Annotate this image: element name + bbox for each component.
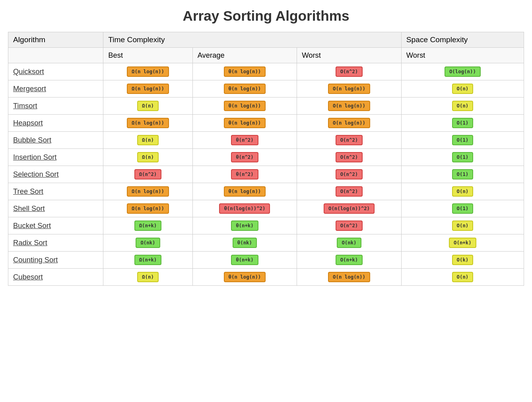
col-space-header: Space Complexity (401, 32, 524, 48)
avg-badge: θ(n log(n)) (224, 66, 266, 77)
space-badge: O(1) (452, 118, 474, 128)
algo-name[interactable]: Heapsort (8, 115, 103, 132)
avg-cell: θ(n log(n)) (192, 183, 297, 200)
worst-badge: O(n^2) (336, 221, 363, 231)
worst-cell: O(n log(n)) (297, 80, 402, 98)
space-badge: O(1) (452, 203, 474, 214)
page-title: Array Sorting Algorithms (8, 8, 524, 24)
worst-cell: O(n^2) (297, 63, 402, 80)
algo-name[interactable]: Bubble Sort (8, 132, 103, 149)
avg-badge: θ(nk) (233, 238, 257, 248)
space-cell: O(n) (401, 269, 524, 286)
best-cell: Ω(n) (103, 98, 192, 115)
space-badge: O(n+k) (449, 238, 476, 248)
best-cell: Ω(n log(n)) (103, 63, 192, 80)
algo-name[interactable]: Timsort (8, 98, 103, 115)
sorting-table: Algorithm Time Complexity Space Complexi… (8, 32, 524, 286)
avg-badge: θ(n log(n)) (224, 272, 266, 282)
best-cell: Ω(nk) (103, 234, 192, 252)
best-cell: Ω(n+k) (103, 252, 192, 269)
avg-cell: θ(n log(n)) (192, 98, 297, 115)
avg-badge: θ(n log(n)) (224, 186, 266, 197)
worst-badge: O(n log(n)) (328, 101, 370, 111)
avg-cell: θ(n log(n)) (192, 115, 297, 132)
algo-name[interactable]: Radix Sort (8, 234, 103, 252)
col-worst-sub: Worst (297, 48, 402, 63)
avg-cell: θ(n+k) (192, 252, 297, 269)
space-badge: O(1) (452, 169, 474, 180)
space-badge: O(n) (452, 272, 474, 282)
best-badge: Ω(n) (137, 272, 159, 282)
best-badge: Ω(n+k) (134, 255, 162, 265)
best-badge: Ω(n+k) (134, 221, 162, 231)
table-row: Insertion SortΩ(n)θ(n^2)O(n^2)O(1) (8, 149, 524, 166)
algo-name[interactable]: Bucket Sort (8, 217, 103, 234)
algo-name[interactable]: Cubesort (8, 269, 103, 286)
worst-cell: O(n(log(n))^2) (297, 200, 402, 217)
space-cell: O(n+k) (401, 234, 524, 252)
worst-cell: O(n log(n)) (297, 269, 402, 286)
avg-cell: θ(n^2) (192, 166, 297, 183)
table-row: HeapsortΩ(n log(n))θ(n log(n))O(n log(n)… (8, 115, 524, 132)
best-badge: Ω(n) (137, 152, 159, 162)
table-row: Selection SortΩ(n^2)θ(n^2)O(n^2)O(1) (8, 166, 524, 183)
avg-badge: θ(n+k) (231, 255, 258, 265)
avg-cell: θ(nk) (192, 234, 297, 252)
best-cell: Ω(n log(n)) (103, 80, 192, 98)
best-badge: Ω(n log(n)) (127, 66, 169, 77)
space-cell: O(1) (401, 200, 524, 217)
space-cell: O(log(n)) (401, 63, 524, 80)
col-time-header: Time Complexity (103, 32, 401, 48)
avg-cell: θ(n^2) (192, 132, 297, 149)
avg-cell: θ(n+k) (192, 217, 297, 234)
avg-badge: θ(n^2) (231, 152, 258, 162)
space-badge: O(n) (452, 221, 474, 231)
avg-cell: θ(n log(n)) (192, 63, 297, 80)
best-badge: Ω(n log(n)) (127, 203, 169, 214)
space-cell: O(n) (401, 80, 524, 98)
avg-badge: θ(n log(n)) (224, 101, 266, 111)
algo-name[interactable]: Insertion Sort (8, 149, 103, 166)
space-cell: O(1) (401, 132, 524, 149)
algo-name[interactable]: Mergesort (8, 80, 103, 98)
best-cell: Ω(n log(n)) (103, 183, 192, 200)
header-row-sub: Best Average Worst Worst (8, 48, 524, 63)
avg-badge: θ(n log(n)) (224, 118, 266, 128)
table-row: QuicksortΩ(n log(n))θ(n log(n))O(n^2)O(l… (8, 63, 524, 80)
best-cell: Ω(n^2) (103, 166, 192, 183)
table-row: Counting SortΩ(n+k)θ(n+k)O(n+k)O(k) (8, 252, 524, 269)
table-row: Bucket SortΩ(n+k)θ(n+k)O(n^2)O(n) (8, 217, 524, 234)
best-badge: Ω(nk) (136, 238, 160, 248)
algo-name[interactable]: Selection Sort (8, 166, 103, 183)
avg-cell: θ(n(log(n))^2) (192, 200, 297, 217)
best-cell: Ω(n log(n)) (103, 115, 192, 132)
table-row: CubesortΩ(n)θ(n log(n))O(n log(n))O(n) (8, 269, 524, 286)
worst-cell: O(n^2) (297, 166, 402, 183)
space-cell: O(n) (401, 183, 524, 200)
avg-badge: θ(n^2) (231, 169, 258, 180)
algo-name[interactable]: Tree Sort (8, 183, 103, 200)
space-cell: O(1) (401, 115, 524, 132)
avg-cell: θ(n log(n)) (192, 80, 297, 98)
space-badge: O(n) (452, 84, 474, 94)
space-badge: O(1) (452, 135, 474, 145)
algo-name[interactable]: Counting Sort (8, 252, 103, 269)
space-cell: O(n) (401, 98, 524, 115)
space-cell: O(1) (401, 149, 524, 166)
worst-badge: O(n log(n)) (328, 84, 370, 94)
best-cell: Ω(n) (103, 149, 192, 166)
space-cell: O(n) (401, 217, 524, 234)
worst-cell: O(n log(n)) (297, 98, 402, 115)
best-cell: Ω(n+k) (103, 217, 192, 234)
algo-name[interactable]: Shell Sort (8, 200, 103, 217)
worst-cell: O(n log(n)) (297, 115, 402, 132)
best-badge: Ω(n log(n)) (127, 118, 169, 128)
algo-name[interactable]: Quicksort (8, 63, 103, 80)
worst-badge: O(n^2) (336, 169, 363, 180)
worst-cell: O(n^2) (297, 132, 402, 149)
best-badge: Ω(n^2) (134, 169, 162, 180)
table-row: Radix SortΩ(nk)θ(nk)O(nk)O(n+k) (8, 234, 524, 252)
worst-badge: O(n^2) (336, 66, 363, 77)
best-cell: Ω(n log(n)) (103, 200, 192, 217)
best-badge: Ω(n log(n)) (127, 186, 169, 197)
